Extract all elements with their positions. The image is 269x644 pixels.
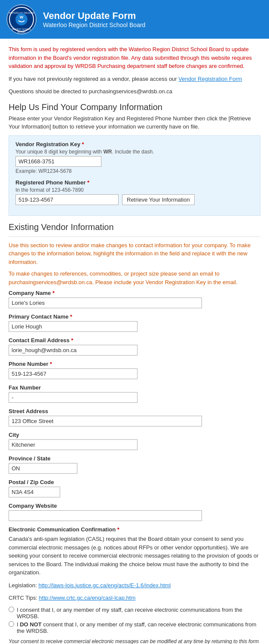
vendor-key-input[interactable]	[15, 156, 101, 167]
legislation-link[interactable]: http://laws-lois.justice.gc.ca/eng/acts/…	[38, 582, 171, 589]
fax-number-input[interactable]	[9, 392, 138, 403]
phone-number-input[interactable]	[9, 368, 138, 379]
intro-line2: If you have not previously registered as…	[9, 75, 260, 83]
existing-heading: Existing Vendor Information	[9, 222, 260, 232]
header-text: Vendor Update Form Waterloo Region Distr…	[43, 10, 145, 28]
registered-phone-input[interactable]	[15, 194, 119, 205]
company-name-group: Company Name *	[9, 290, 260, 308]
consent-yes-item: I consent that I, or any member of my st…	[9, 607, 260, 619]
consent-no-label: I DO NOT consent that I, or any member o…	[17, 621, 260, 634]
city-group: City	[9, 432, 260, 450]
postal-input[interactable]	[9, 487, 60, 497]
electronic-desc: Canada's anti-spam legislation (CASL) re…	[9, 535, 260, 577]
svg-text:W: W	[20, 15, 24, 19]
intro-line1: This form is used by registered vendors …	[9, 45, 260, 71]
electronic-label: Electronic Communication Confirmation *	[9, 526, 260, 533]
phone-hint: In the format of 123-456-7890	[15, 187, 254, 193]
street-address-input[interactable]	[9, 416, 202, 426]
consent-no-item: I DO NOT consent that I, or any member o…	[9, 621, 260, 634]
find-section-desc: Please enter your Vendor Registration Ke…	[9, 114, 260, 131]
vendor-key-label: Vendor Registration Key *	[15, 141, 254, 147]
header-subtitle: Waterloo Region District School Board	[43, 21, 145, 28]
phone-group: Registered Phone Number * In the format …	[15, 179, 254, 205]
retrieve-button[interactable]: Retrieve Your Information	[122, 194, 195, 205]
city-input[interactable]	[9, 439, 138, 450]
vendor-key-group: Vendor Registration Key * Your unique 8 …	[15, 141, 254, 174]
svg-text:DISTRICT SCHOOL: DISTRICT SCHOOL	[12, 28, 31, 31]
find-section-panel: Vendor Registration Key * Your unique 8 …	[9, 135, 260, 216]
primary-contact-group: Primary Contact Name *	[9, 313, 260, 332]
website-input[interactable]	[9, 510, 202, 521]
website-label: Company Website	[9, 503, 260, 509]
crtc-line: CRTC Tips: http://www.crtc.gc.ca/eng/cas…	[9, 594, 260, 602]
phone-number-label: Phone Number *	[9, 361, 260, 367]
consent-radio-group: I consent that I, or any member of my st…	[9, 607, 260, 634]
postal-group: Postal / Zip Code	[9, 479, 260, 497]
primary-contact-label: Primary Contact Name *	[9, 313, 260, 320]
contact-email-label: Contact Email Address *	[9, 337, 260, 343]
primary-contact-input[interactable]	[9, 321, 138, 332]
contact-email-group: Contact Email Address *	[9, 337, 260, 356]
company-name-label: Company Name *	[9, 290, 260, 296]
vendor-registration-link[interactable]: Vendor Registration Form	[178, 76, 242, 82]
consent-yes-radio[interactable]	[9, 607, 14, 612]
crtc-link[interactable]: http://www.crtc.gc.ca/eng/casl-lcap.htm	[39, 595, 136, 601]
page-title: Vendor Update Form	[43, 10, 145, 21]
province-input[interactable]	[9, 463, 77, 474]
consent-note: Your consent to receive commercial elect…	[9, 638, 260, 644]
phone-label: Registered Phone Number *	[15, 179, 254, 186]
province-group: Province / State	[9, 455, 260, 474]
contact-email-input[interactable]	[9, 345, 138, 356]
vendor-key-hint: Your unique 8 digit key beginning with W…	[15, 149, 254, 155]
main-content: This form is used by registered vendors …	[0, 39, 269, 644]
existing-desc1: Use this section to review and/or make c…	[9, 241, 260, 267]
consent-no-radio[interactable]	[9, 621, 14, 627]
website-group: Company Website	[9, 503, 260, 521]
logo: WATERLOO REGION W DISTRICT SCHOOL BOARD	[6, 4, 37, 34]
svg-text:BOARD: BOARD	[18, 31, 25, 34]
fax-number-group: Fax Number	[9, 384, 260, 403]
legislation-line: Legislation: http://laws-lois.justice.gc…	[9, 581, 260, 590]
existing-section: Existing Vendor Information Use this sec…	[9, 222, 260, 521]
city-label: City	[9, 432, 260, 438]
fax-number-label: Fax Number	[9, 384, 260, 391]
find-section-heading: Help Us Find Your Company Information	[9, 102, 260, 112]
phone-row: Retrieve Your Information	[15, 194, 254, 205]
street-address-label: Street Address	[9, 408, 260, 414]
street-address-group: Street Address	[9, 408, 260, 426]
electronic-section: Electronic Communication Confirmation * …	[9, 526, 260, 644]
header: WATERLOO REGION W DISTRICT SCHOOL BOARD …	[0, 0, 269, 39]
consent-yes-label: I consent that I, or any member of my st…	[17, 607, 260, 619]
vendor-key-example: Example: WR1234-5678	[15, 168, 254, 174]
province-label: Province / State	[9, 455, 260, 462]
postal-label: Postal / Zip Code	[9, 479, 260, 485]
divider1	[9, 236, 260, 237]
phone-number-group: Phone Number *	[9, 361, 260, 379]
existing-desc2: To make changes to references, commoditi…	[9, 270, 260, 286]
company-name-input[interactable]	[9, 297, 202, 308]
intro-line3: Questions should be directed to purchasi…	[9, 87, 260, 96]
